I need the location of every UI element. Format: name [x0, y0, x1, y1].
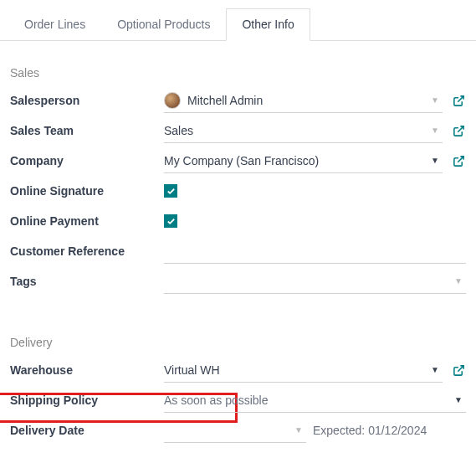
delivery-date-row: Delivery Date ▼ Expected: 01/12/2024: [10, 416, 466, 445]
company-field[interactable]: My Company (San Francisco) ▼: [164, 148, 443, 173]
sales-section: Sales Salesperson Mitchell Admin ▼ Sales…: [0, 66, 476, 296]
online-payment-field: [164, 208, 466, 234]
expected-date-value: 01/12/2024: [368, 424, 427, 437]
sales-team-row: Sales Team Sales ▼: [10, 116, 466, 145]
customer-reference-label: Customer Reference: [10, 244, 164, 258]
salesperson-label: Salesperson: [10, 94, 164, 107]
shipping-policy-value: As soon as possible: [164, 394, 451, 407]
sales-section-title: Sales: [10, 66, 466, 80]
warehouse-value: Virtual WH: [164, 363, 427, 377]
tab-other-info[interactable]: Other Info: [226, 8, 310, 41]
shipping-policy-label: Shipping Policy: [10, 394, 164, 407]
tab-bar: Order Lines Optional Products Other Info: [0, 8, 476, 41]
salesperson-field[interactable]: Mitchell Admin ▼: [164, 88, 443, 113]
delivery-section-title: Delivery: [10, 336, 466, 349]
sales-team-label: Sales Team: [10, 124, 164, 137]
external-link-icon[interactable]: [451, 155, 466, 167]
avatar: [164, 92, 181, 109]
chevron-down-icon[interactable]: ▼: [294, 425, 303, 435]
company-row: Company My Company (San Francisco) ▼: [10, 147, 466, 175]
sales-team-value: Sales: [164, 124, 427, 137]
chevron-down-icon[interactable]: ▼: [454, 395, 463, 404]
expected-date-text: Expected: 01/12/2024: [313, 424, 427, 437]
online-payment-checkbox[interactable]: [164, 214, 177, 228]
external-link-icon[interactable]: [451, 95, 466, 107]
online-signature-row: Online Signature: [10, 177, 466, 205]
expected-prefix: Expected:: [313, 424, 368, 437]
warehouse-row: Warehouse Virtual WH ▼: [10, 356, 466, 384]
customer-reference-row: Customer Reference: [10, 237, 466, 265]
svg-line-3: [458, 365, 463, 371]
delivery-date-field[interactable]: ▼: [164, 418, 306, 443]
svg-line-0: [458, 95, 463, 101]
tags-field[interactable]: ▼: [164, 269, 466, 294]
external-link-icon[interactable]: [451, 125, 466, 137]
chevron-down-icon[interactable]: ▼: [431, 365, 439, 374]
salesperson-row: Salesperson Mitchell Admin ▼: [10, 86, 466, 115]
online-payment-label: Online Payment: [10, 214, 164, 228]
sales-team-field[interactable]: Sales ▼: [164, 118, 443, 143]
online-signature-checkbox[interactable]: [164, 184, 177, 198]
chevron-down-icon[interactable]: ▼: [431, 126, 439, 135]
chevron-down-icon[interactable]: ▼: [431, 156, 439, 165]
shipping-policy-row: Shipping Policy As soon as possible ▼: [10, 386, 466, 414]
tags-label: Tags: [10, 275, 164, 288]
external-link-icon[interactable]: [451, 364, 466, 377]
shipping-policy-field[interactable]: As soon as possible ▼: [164, 388, 466, 413]
tags-row: Tags ▼: [10, 267, 466, 296]
online-signature-field: [164, 178, 466, 203]
delivery-section: Delivery Warehouse Virtual WH ▼ Shipping…: [0, 336, 476, 445]
chevron-down-icon[interactable]: ▼: [431, 95, 439, 105]
company-value: My Company (San Francisco): [164, 154, 427, 167]
warehouse-label: Warehouse: [10, 363, 164, 377]
warehouse-field[interactable]: Virtual WH ▼: [164, 358, 443, 383]
customer-reference-field[interactable]: [164, 239, 466, 264]
online-signature-label: Online Signature: [10, 184, 164, 198]
tab-order-lines[interactable]: Order Lines: [8, 8, 101, 40]
chevron-down-icon[interactable]: ▼: [454, 276, 463, 286]
tab-optional-products[interactable]: Optional Products: [101, 8, 226, 40]
salesperson-value: Mitchell Admin: [187, 94, 427, 107]
delivery-date-label: Delivery Date: [10, 424, 164, 437]
online-payment-row: Online Payment: [10, 207, 466, 235]
svg-line-2: [458, 156, 463, 162]
svg-line-1: [458, 126, 463, 131]
company-label: Company: [10, 154, 164, 167]
